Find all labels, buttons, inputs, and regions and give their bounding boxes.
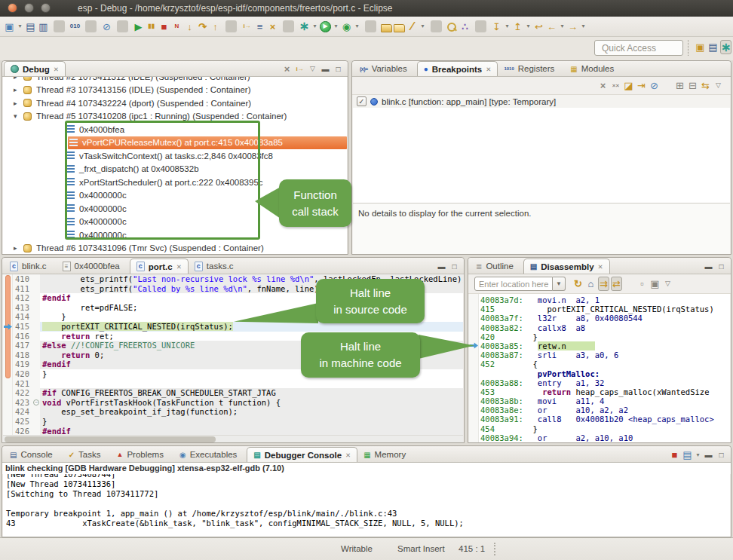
location-input[interactable]: Enter location here [474,277,553,291]
skip-all-breakpoints-icon[interactable]: ⊘ [649,78,660,93]
debug-tree-row[interactable]: ▸ Thread #6 1073431096 (Tmr Svc) (Suspen… [3,242,347,255]
debug-tree-row[interactable]: ▸ Thread #3 1073413156 (IDLE) (Suspended… [3,84,347,97]
cpp-perspective-button[interactable]: ▤ [707,40,719,54]
wand-dropdown-icon[interactable]: ▾ [419,20,426,34]
refresh-icon[interactable]: ↻ [572,277,584,291]
separator[interactable] [475,20,486,32]
tab-modules[interactable]: ▦ Modules [564,61,624,76]
disassembly-line[interactable]: 453 return heap_caps_malloc(xWantedSize [480,387,730,396]
disassembly-line[interactable]: 40083a85: retw.n [480,341,730,350]
save-icon[interactable]: ▤ [25,20,36,34]
collapse-all-icon[interactable]: ⊟ [687,78,698,93]
marketplace-icon[interactable]: ∴ [459,20,471,34]
link-with-debug-icon[interactable]: ⇆ [700,78,711,93]
disassembly-line[interactable]: pvPortMalloc: [480,369,730,378]
editor-annotation-ruler[interactable] [3,274,13,435]
line-number[interactable]: 424 [13,407,33,417]
tab-close-icon[interactable]: ✕ [486,66,491,73]
disassembly-line[interactable]: 40083a91: call8 0x40081b20 <heap_caps_ma… [480,415,730,424]
line-number[interactable]: 418 [13,350,33,360]
code-line[interactable]: 422#if CONFIG_FREERTOS_BREAK_ON_SCHEDULE… [13,388,463,398]
minimize-icon[interactable]: ▬ [703,259,714,274]
window-close-button[interactable] [8,3,17,13]
breakpoint-row[interactable]: ✓ blink.c [function: app_main] [type: Te… [353,95,730,108]
follow-pc-icon[interactable]: ⇉ [598,277,609,291]
expand-arrow-icon[interactable]: ▾ [14,112,23,120]
fold-marker-icon[interactable]: − [33,399,39,405]
line-number[interactable]: 413 [13,303,33,313]
back-dropdown-icon[interactable]: ▾ [559,20,566,34]
minimize-icon[interactable]: ▬ [703,448,714,462]
separator[interactable] [85,20,97,32]
statusbar-handle[interactable] [494,543,495,555]
open-perspective-icon[interactable]: ▣ [695,40,706,54]
next-annotation-icon[interactable]: ↧ [491,20,502,34]
forward-dropdown-icon[interactable]: ▾ [580,20,587,34]
location-dropdown-icon[interactable]: ▼ [553,277,566,291]
disconnect-icon[interactable]: N [171,20,182,34]
tab-executables[interactable]: ◉ Executables [173,447,247,462]
tab-memory[interactable]: ▦ Memory [357,447,416,462]
tab-close-icon[interactable]: ✕ [176,263,182,271]
separator[interactable] [431,20,442,32]
line-number[interactable]: 410 [13,274,33,284]
tab-console[interactable]: ▤ Console [4,447,63,462]
line-number[interactable]: 425 [13,417,33,427]
search-icon[interactable] [446,22,458,32]
step-return-icon[interactable]: ↑ [210,20,221,34]
open-project-icon[interactable] [394,24,405,32]
profile-dropdown-icon[interactable]: ▾ [354,20,360,34]
separator[interactable] [225,20,237,32]
console-output[interactable]: [New Thread 1073408744][New Thread 10734… [3,474,730,537]
tab-tasks[interactable]: ✓ Tasks [63,447,111,462]
last-edit-location-icon[interactable]: ↩ [533,20,544,34]
show-breakpoints-for-icon[interactable]: ◪ [623,78,634,93]
disassembly-line[interactable]: 40083a82: callx8 a8 [480,323,730,332]
tab-blink-c[interactable]: c blink.c [4,259,57,274]
debug-tree-row[interactable]: ▾ Thread #5 1073410208 (ipc1 : Running) … [3,110,347,124]
debug-tree-row[interactable]: 0x4000bfea [3,123,347,136]
go-to-file-icon[interactable]: ⇥ [636,78,647,93]
separator[interactable] [365,20,376,32]
new-wizard-wand-icon[interactable]: ∕ [406,20,418,34]
debug-tree-row[interactable]: ▸ Thread #4 1073432224 (dport) (Suspende… [3,96,347,110]
debug-launch-icon[interactable]: ∗ [299,20,310,34]
resume-icon[interactable]: ▶ [133,20,144,34]
tab-disassembly[interactable]: ▤ Disassembly ✕ [523,259,610,274]
view-menu-icon[interactable]: ▽ [713,78,724,93]
expand-arrow-icon[interactable]: ▸ [14,86,23,93]
console-dropdown-icon[interactable]: ▾ [695,448,701,462]
maximize-icon[interactable]: □ [716,448,727,462]
separator[interactable] [54,20,65,32]
gap[interactable] [624,277,635,291]
line-number[interactable]: 416 [13,332,33,341]
code-line[interactable]: 421 [13,379,463,389]
step-filters-icon[interactable]: × [267,20,278,34]
disassembly-line[interactable]: 454 } [480,424,730,433]
display-console-icon[interactable]: ▤ [682,448,693,462]
remove-all-icon[interactable]: ×× [610,78,621,93]
maximize-icon[interactable]: □ [333,62,344,76]
line-number[interactable]: 417 [13,341,33,350]
debug-tree-row[interactable]: vTaskSwitchContext() at tasks.c:2,846 0x… [3,149,347,163]
scrollbar-thumb[interactable] [5,436,216,442]
tab-tasks-c[interactable]: c tasks.c [189,259,244,274]
save-all-icon[interactable]: ▥ [38,20,49,34]
disassembly-code[interactable]: 40083a7d: movi.n a2, 1415 portEXIT_CRITI… [480,295,730,442]
line-number[interactable]: 414 [13,312,33,322]
open-view-icon[interactable]: ▣ [649,277,661,291]
disassembly-line[interactable]: 40083a7d: movi.n a2, 1 [480,295,730,304]
run-launch-icon[interactable]: ▶ [320,21,331,32]
line-number[interactable]: 419 [13,360,33,369]
step-over-icon[interactable]: ↷ [197,20,208,34]
debug-tree-row[interactable]: 0x4000000c [3,228,347,242]
line-number[interactable]: 412 [13,293,33,303]
quick-access-input[interactable]: Quick Access [594,40,683,56]
expand-all-icon[interactable]: ⊞ [674,78,685,93]
tab-close-icon[interactable]: ✕ [54,66,59,73]
view-menu-icon[interactable]: ▽ [662,277,673,291]
sync-selection-icon[interactable]: ⇄ [611,277,622,291]
window-minimize-button[interactable] [24,3,34,13]
debug-perspective-button[interactable]: ∗ [720,40,731,54]
tab-close-icon[interactable]: ✕ [598,263,603,271]
